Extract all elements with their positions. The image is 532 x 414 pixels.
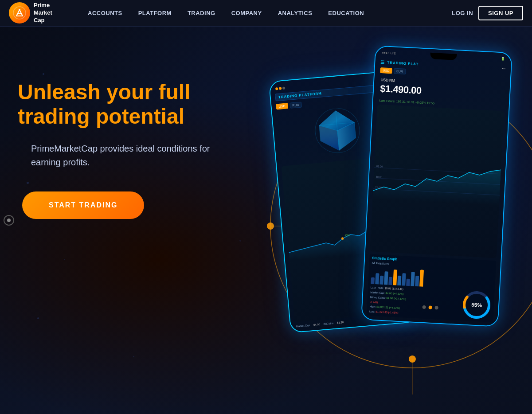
front-status-right: 🔋 — [501, 57, 505, 61]
svg-text:85.00: 85.00 — [376, 165, 383, 168]
tab-usd[interactable]: USD — [276, 103, 288, 109]
high-val: $4,801.21 (+4.12%) — [376, 306, 400, 310]
stats-details: Last Trade: 19:01 ($144.41) Market Cap: … — [369, 285, 461, 319]
bar9 — [406, 279, 410, 286]
svg-text:55%: 55% — [471, 301, 482, 308]
logo[interactable]: Prime Market Cap — [9, 2, 66, 24]
phones-area: 9:41 TRADING PLATFORM USD RUB — [226, 40, 532, 412]
gauge-stats-row: Last Trade: 19:01 ($144.41) Market Cap: … — [369, 285, 492, 320]
hero-title: Unleash your full trading potential — [18, 80, 226, 129]
start-trading-button[interactable]: START TRADING — [22, 191, 144, 219]
logo-icon — [9, 2, 30, 23]
svg-text:80.00: 80.00 — [376, 176, 383, 179]
bar10 — [411, 272, 415, 286]
brand-name: Prime Market Cap — [34, 2, 52, 24]
mined-coins-val: $4.00 (+14.12%) — [386, 297, 406, 300]
svg-text:43%: 43% — [344, 234, 351, 237]
status-dots — [275, 86, 285, 90]
bar6 — [393, 269, 397, 285]
svg-point-1 — [19, 9, 20, 11]
gauge-svg: 55% — [462, 290, 492, 320]
nav-links: ACCOUNTS PLATFORM TRADING COMPANY ANALYT… — [80, 10, 452, 16]
svg-point-8 — [409, 355, 416, 363]
nav-trading[interactable]: TRADING — [180, 10, 223, 16]
phone-front: ●●●○ LTE 🔋 ☰ TRADING PLAT ••• USD EUR US… — [361, 45, 512, 327]
navigation: Prime Market Cap ACCOUNTS PLATFORM TRADI… — [0, 0, 532, 27]
stats-section: Statistic Graph All Positions — [366, 254, 496, 322]
tab-rub[interactable]: RUB — [289, 102, 302, 108]
tab-usd-front[interactable]: USD — [380, 67, 392, 74]
bar7 — [397, 276, 401, 285]
bitcoin-val: $1.20 — [337, 321, 344, 324]
gauge-container: 55% — [462, 290, 492, 320]
signup-button[interactable]: SIGN UP — [478, 6, 523, 20]
dot-1 — [422, 305, 426, 309]
nav-accounts[interactable]: ACCOUNTS — [80, 10, 130, 16]
nav-company[interactable]: COMPANY — [223, 10, 270, 16]
nav-actions: LOG IN SIGN UP — [452, 6, 523, 20]
tab-eur-front[interactable]: EUR — [394, 68, 406, 74]
svg-line-20 — [374, 168, 501, 174]
bar2 — [375, 273, 379, 284]
phone-notch — [430, 53, 457, 60]
market-cap-label: Market Cap — [296, 324, 310, 328]
bar1 — [371, 277, 375, 284]
phone-front-screen: ●●●○ LTE 🔋 ☰ TRADING PLAT ••• USD EUR US… — [362, 46, 512, 326]
svg-marker-23 — [372, 163, 501, 206]
svg-point-0 — [13, 7, 26, 19]
bar3 — [379, 276, 383, 285]
hero-content: Unleash your full trading potential Prim… — [0, 53, 244, 237]
hamburger-icon[interactable]: ☰ — [380, 60, 385, 65]
last-trade-val: 19:01 ($144.41) — [384, 287, 403, 290]
dot-2-active — [428, 305, 432, 309]
nav-analytics[interactable]: ANALYTICS — [270, 10, 321, 16]
front-chart-area: 85.00 80.00 75.00 — [370, 105, 504, 258]
bar5 — [388, 277, 392, 285]
hero-section: Unleash your full trading potential Prim… — [0, 27, 532, 414]
dot1 — [275, 87, 278, 90]
front-platform-label: TRADING PLAT — [387, 61, 419, 66]
dot-3 — [434, 306, 438, 309]
svg-point-6 — [267, 223, 274, 230]
svg-text:75.00: 75.00 — [375, 186, 382, 189]
price-value: $1.490.00 — [380, 83, 422, 96]
market-cap-val: $4.00 — [313, 323, 320, 326]
front-status-left: ●●●○ LTE — [382, 51, 396, 55]
low-val: $1,421.33 (-1.41%) — [376, 310, 399, 314]
nav-education[interactable]: EDUCATION — [320, 10, 372, 16]
bar8 — [402, 273, 406, 285]
bitcoin-label: BitCoins — [324, 322, 334, 325]
dot2 — [279, 87, 282, 90]
bar4 — [384, 271, 388, 285]
dot3 — [282, 86, 286, 90]
nav-platform[interactable]: PLATFORM — [130, 10, 180, 16]
login-button[interactable]: LOG IN — [452, 10, 473, 16]
hero-subtitle: PrimeMarketCap provides ideal conditions… — [18, 142, 226, 169]
bar12 — [419, 269, 424, 286]
front-time: ••• — [502, 67, 506, 70]
bar11 — [415, 276, 419, 286]
market-cap-val2: $4.00 (+4.12%) — [385, 292, 403, 295]
